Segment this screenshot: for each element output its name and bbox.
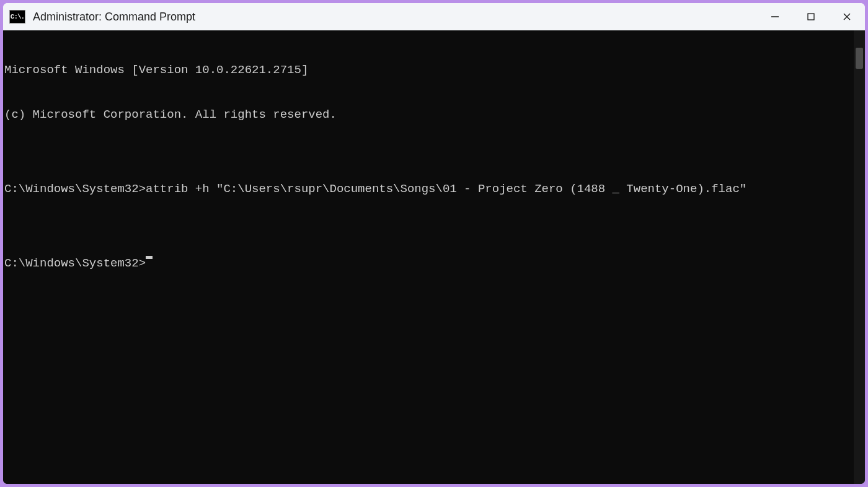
maximize-icon xyxy=(807,12,815,21)
terminal-prompt: C:\Windows\System32> xyxy=(4,256,146,271)
titlebar[interactable]: C:\. Administrator: Command Prompt xyxy=(3,3,865,30)
window-controls xyxy=(757,3,865,30)
command-prompt-window: C:\. Administrator: Command Prompt Micro… xyxy=(2,2,866,485)
close-button[interactable] xyxy=(829,3,865,30)
close-icon xyxy=(843,12,851,21)
maximize-button[interactable] xyxy=(793,3,829,30)
terminal-cursor xyxy=(146,256,153,259)
terminal-prompt-line: C:\Windows\System32> xyxy=(4,256,852,271)
svg-rect-1 xyxy=(808,14,814,20)
cmd-icon-glyph: C:\. xyxy=(11,14,24,20)
minimize-button[interactable] xyxy=(757,3,793,30)
terminal-line: (c) Microsoft Corporation. All rights re… xyxy=(4,107,852,122)
terminal-line: Microsoft Windows [Version 10.0.22621.27… xyxy=(4,63,852,77)
scrollbar-thumb[interactable] xyxy=(856,48,863,69)
terminal-line: C:\Windows\System32>attrib +h "C:\Users\… xyxy=(4,182,852,196)
terminal-area: Microsoft Windows [Version 10.0.22621.27… xyxy=(3,30,865,484)
minimize-icon xyxy=(771,12,779,21)
cmd-icon: C:\. xyxy=(9,10,25,24)
terminal-output[interactable]: Microsoft Windows [Version 10.0.22621.27… xyxy=(3,30,854,484)
window-title: Administrator: Command Prompt xyxy=(33,11,195,24)
scrollbar[interactable] xyxy=(854,30,865,484)
